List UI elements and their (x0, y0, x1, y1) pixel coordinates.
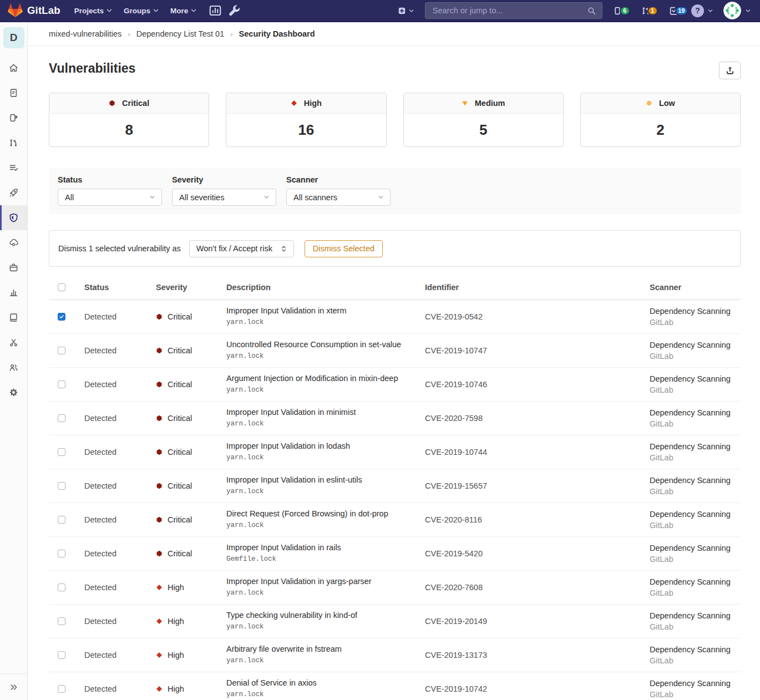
row-checkbox[interactable] (58, 347, 65, 354)
filters-bar: Status All Severity All severities Scann… (49, 168, 741, 214)
row-checkbox[interactable] (58, 617, 65, 625)
row-checkbox[interactable] (58, 516, 65, 524)
breadcrumb-link[interactable]: Security Dashboard (239, 29, 315, 38)
sidebar-item-snippets[interactable] (0, 330, 27, 355)
row-checkbox[interactable] (58, 313, 65, 321)
sidebar-item-members[interactable] (0, 355, 27, 380)
row-description-link[interactable]: Improper Input Validation in rails (226, 542, 425, 553)
new-item-menu[interactable] (398, 7, 414, 14)
row-package-file: yarn.lock (226, 318, 425, 327)
gitlab-home-link[interactable]: GitLab (8, 3, 60, 18)
row-scanner: Dependency Scanning (650, 407, 741, 418)
scanner-filter-dropdown[interactable]: All scanners (286, 189, 391, 206)
row-status: Detected (84, 300, 156, 333)
row-checkbox[interactable] (58, 414, 65, 422)
status-filter-dropdown[interactable]: All (58, 189, 162, 206)
severity-critical-icon (156, 313, 163, 320)
export-button[interactable] (719, 62, 741, 79)
nav-menu-item[interactable]: More (170, 7, 197, 15)
row-scanner-vendor: GitLab (650, 418, 741, 429)
row-description-link[interactable]: Argument Injection or Modification in mi… (226, 373, 425, 384)
nav-menu-item[interactable]: Projects (74, 7, 113, 15)
row-severity: High (168, 684, 184, 693)
row-checkbox[interactable] (58, 550, 65, 557)
sidebar-item-ci-cd[interactable] (0, 180, 27, 205)
breadcrumb-link[interactable]: mixed-vulnerabilities (49, 29, 121, 38)
row-description-link[interactable]: Direct Request (Forced Browsing) in dot-… (226, 509, 425, 519)
row-severity: High (168, 651, 184, 660)
sidebar-item-packages[interactable] (0, 255, 27, 280)
row-checkbox[interactable] (58, 651, 65, 659)
row-package-file: yarn.lock (226, 521, 425, 530)
row-description-link[interactable]: Arbitrary file overwrite in fstream (226, 644, 425, 655)
project-avatar[interactable]: D (3, 27, 24, 48)
row-description-link[interactable]: Improper Input Validation in xterm (226, 306, 425, 316)
sidebar-item-security-compliance[interactable] (0, 205, 27, 230)
row-package-file: yarn.lock (226, 656, 425, 666)
sidebar-item-issues[interactable] (0, 105, 27, 130)
row-description-link[interactable]: Denial of Service in axios (226, 678, 425, 688)
row-checkbox[interactable] (58, 482, 65, 490)
sidebar-item-settings[interactable] (0, 380, 27, 405)
brand-name: GitLab (27, 4, 60, 17)
row-description-link[interactable]: Improper Input Validation in eslint-util… (226, 475, 425, 485)
scanner-filter: Scanner All scanners (286, 175, 391, 206)
row-identifier: CVE-2019-5420 (425, 536, 650, 570)
severity-card-label: Medium (475, 99, 505, 108)
nav-menu-item[interactable]: Groups (124, 7, 159, 15)
row-status: Detected (84, 604, 156, 638)
row-scanner: Dependency Scanning (650, 644, 741, 655)
row-description-link[interactable]: Type checking vulnerability in kind-of (226, 610, 425, 621)
row-scanner-vendor: GitLab (650, 655, 741, 666)
row-scanner: Dependency Scanning (650, 475, 741, 486)
select-all-checkbox[interactable] (58, 283, 65, 291)
question-icon: ? (691, 4, 704, 17)
row-scanner: Dependency Scanning (650, 373, 741, 384)
vulnerability-row: Detected Critical Improper Input Validat… (49, 401, 741, 435)
row-scanner-vendor: GitLab (650, 452, 741, 463)
column-header-identifier: Identifier (425, 276, 650, 300)
row-package-file: yarn.lock (226, 622, 425, 632)
sidebar-item-repository[interactable] (0, 80, 27, 105)
sidebar-item-analytics[interactable] (0, 280, 27, 305)
collapse-sidebar-button[interactable] (0, 673, 27, 700)
dismiss-reason-dropdown[interactable]: Won't fix / Accept risk (189, 240, 294, 257)
vulnerabilities-table: Status Severity Description Identifier S… (49, 276, 741, 700)
issues-counter[interactable]: 6 (614, 6, 630, 16)
help-menu[interactable]: ? (691, 4, 713, 17)
vulnerability-row: Detected Critical Improper Input Validat… (49, 300, 741, 333)
row-checkbox[interactable] (58, 448, 65, 456)
todos-counter[interactable]: 19 (669, 6, 688, 16)
row-description-link[interactable]: Improper Input Validation in lodash (226, 441, 425, 452)
sidebar-item-merge-requests[interactable] (0, 130, 27, 155)
row-severity: Critical (168, 346, 192, 355)
sidebar-item-wiki[interactable] (0, 305, 27, 330)
row-checkbox[interactable] (58, 584, 65, 591)
table-header-row: Status Severity Description Identifier S… (49, 276, 741, 300)
breadcrumb-link[interactable]: Dependency List Test 01 (136, 29, 225, 38)
row-description-link[interactable]: Improper Input Validation in minimist (226, 407, 425, 418)
sidebar-item-operations[interactable] (0, 230, 27, 255)
top-navbar: GitLab Projects Groups More (0, 0, 760, 22)
severity-card-count: 5 (404, 114, 563, 146)
sidebar-item-requirements[interactable] (0, 155, 27, 180)
row-scanner: Dependency Scanning (650, 610, 741, 621)
admin-wrench-icon[interactable] (228, 4, 240, 17)
row-checkbox[interactable] (58, 685, 65, 693)
sidebar-item-project-overview[interactable] (0, 55, 27, 80)
row-checkbox[interactable] (58, 381, 65, 388)
row-description-link[interactable]: Uncontrolled Resource Consumption in set… (226, 339, 425, 350)
row-status: Detected (84, 401, 156, 435)
issues-icon (9, 113, 18, 123)
search-input[interactable]: Search or jump to... (425, 2, 602, 19)
row-status: Detected (84, 469, 156, 503)
dismiss-selected-button[interactable]: Dismiss Selected (305, 240, 383, 257)
merge-requests-counter[interactable]: 1 (641, 6, 658, 16)
severity-filter-dropdown[interactable]: All severities (172, 189, 276, 206)
metrics-dashboard-icon[interactable] (209, 4, 221, 17)
row-description-link[interactable]: Improper Input Validation in yargs-parse… (226, 576, 425, 587)
chevron-down-icon (408, 8, 414, 14)
severity-high-icon (291, 100, 297, 106)
vulnerability-row: Detected High Denial of Service in axios… (49, 672, 741, 700)
user-menu[interactable] (723, 2, 751, 19)
